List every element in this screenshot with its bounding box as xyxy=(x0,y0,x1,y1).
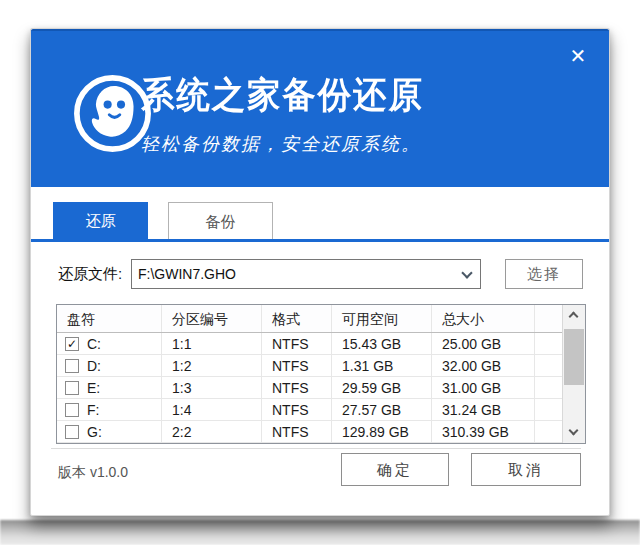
title-block: 系统之家备份还原 轻松备份数据，安全还原系统。 xyxy=(141,71,445,156)
cell-filler xyxy=(535,399,562,420)
table-row[interactable]: ✓C:1:1NTFS15.43 GB25.00 GB xyxy=(57,333,562,355)
cell-total-size: 310.39 GB xyxy=(432,421,535,442)
row-checkbox[interactable]: ✓ xyxy=(65,337,79,351)
header-cell-4[interactable]: 总大小 xyxy=(432,305,535,332)
select-file-button[interactable]: 选择 xyxy=(505,259,583,289)
cell-total-size: 32.00 GB xyxy=(432,355,535,376)
cell-free-space: 27.57 GB xyxy=(332,399,432,420)
header-cell-3[interactable]: 可用空间 xyxy=(332,305,432,332)
cell-format: NTFS xyxy=(262,355,332,376)
cell-drive: E: xyxy=(57,377,162,398)
row-checkbox[interactable] xyxy=(65,403,79,417)
cell-partition: 1:3 xyxy=(162,377,262,398)
scrollbar[interactable] xyxy=(562,305,585,443)
cell-free-space: 129.89 GB xyxy=(332,421,432,442)
cancel-button[interactable]: 取消 xyxy=(471,453,581,486)
cell-drive: F: xyxy=(57,399,162,420)
restore-file-label: 还原文件: xyxy=(58,259,122,289)
cell-free-space: 15.43 GB xyxy=(332,333,432,354)
cell-format: NTFS xyxy=(262,421,332,442)
cell-partition: 2:2 xyxy=(162,421,262,442)
tab-bar: 还原备份 xyxy=(31,204,609,242)
tab-backup[interactable]: 备份 xyxy=(168,202,273,239)
footer-divider xyxy=(51,448,581,449)
header-cell-filler xyxy=(535,305,562,332)
cell-partition: 1:2 xyxy=(162,355,262,376)
cell-free-space: 29.59 GB xyxy=(332,377,432,398)
combobox-value: F:\GWIN7.GHO xyxy=(138,260,236,288)
table-row[interactable]: D:1:2NTFS1.31 GB32.00 GB xyxy=(57,355,562,377)
photo-bottom-shadow xyxy=(0,520,640,545)
cell-format: NTFS xyxy=(262,333,332,354)
cell-partition: 1:1 xyxy=(162,333,262,354)
chevron-down-icon[interactable] xyxy=(461,267,472,278)
scrollbar-up-button[interactable] xyxy=(563,305,585,325)
cell-drive: G: xyxy=(57,421,162,442)
header-cell-1[interactable]: 分区编号 xyxy=(162,305,262,332)
cell-filler xyxy=(535,333,562,354)
restore-file-row: 还原文件: F:\GWIN7.GHO 选择 xyxy=(58,259,583,289)
table-row[interactable]: F:1:4NTFS27.57 GB31.24 GB xyxy=(57,399,562,421)
screenshot-stage: ✕ 系统之家备份还原 轻松备份数据，安全还原系统。 还原备份 还原文件: xyxy=(0,0,640,545)
cell-drive: ✓C: xyxy=(57,333,162,354)
row-checkbox[interactable] xyxy=(65,425,79,439)
cell-format: NTFS xyxy=(262,399,332,420)
row-checkbox[interactable] xyxy=(65,359,79,373)
cell-drive: D: xyxy=(57,355,162,376)
restore-file-combobox[interactable]: F:\GWIN7.GHO xyxy=(131,259,481,289)
scrollbar-thumb[interactable] xyxy=(564,329,584,385)
table-row[interactable]: E:1:3NTFS29.59 GB31.00 GB xyxy=(57,377,562,399)
cell-format: NTFS xyxy=(262,377,332,398)
app-window: ✕ 系统之家备份还原 轻松备份数据，安全还原系统。 还原备份 还原文件: xyxy=(30,28,610,516)
cell-total-size: 25.00 GB xyxy=(432,333,535,354)
table-header: 盘符分区编号格式可用空间总大小 xyxy=(57,305,562,333)
header-cell-0[interactable]: 盘符 xyxy=(57,305,162,332)
version-label: 版本 v1.0.0 xyxy=(58,459,128,485)
cell-filler xyxy=(535,355,562,376)
app-subtitle: 轻松备份数据，安全还原系统。 xyxy=(141,132,445,156)
cell-total-size: 31.24 GB xyxy=(432,399,535,420)
cell-free-space: 1.31 GB xyxy=(332,355,432,376)
tab-restore[interactable]: 还原 xyxy=(53,202,148,239)
ok-button[interactable]: 确定 xyxy=(341,453,449,486)
chevron-up-icon xyxy=(569,312,579,322)
scrollbar-down-button[interactable] xyxy=(563,423,585,443)
cell-total-size: 31.00 GB xyxy=(432,377,535,398)
close-button[interactable]: ✕ xyxy=(565,43,591,69)
cell-filler xyxy=(535,377,562,398)
page-title: 系统之家备份还原 xyxy=(141,71,424,120)
table-row[interactable]: G:2:2NTFS129.89 GB310.39 GB xyxy=(57,421,562,443)
chevron-down-icon xyxy=(569,426,579,436)
header-cell-2[interactable]: 格式 xyxy=(262,305,332,332)
window-header: ✕ 系统之家备份还原 轻松备份数据，安全还原系统。 xyxy=(31,29,609,187)
partition-table: 盘符分区编号格式可用空间总大小✓C:1:1NTFS15.43 GB25.00 G… xyxy=(56,304,586,444)
cell-filler xyxy=(535,421,562,442)
cell-partition: 1:4 xyxy=(162,399,262,420)
row-checkbox[interactable] xyxy=(65,381,79,395)
